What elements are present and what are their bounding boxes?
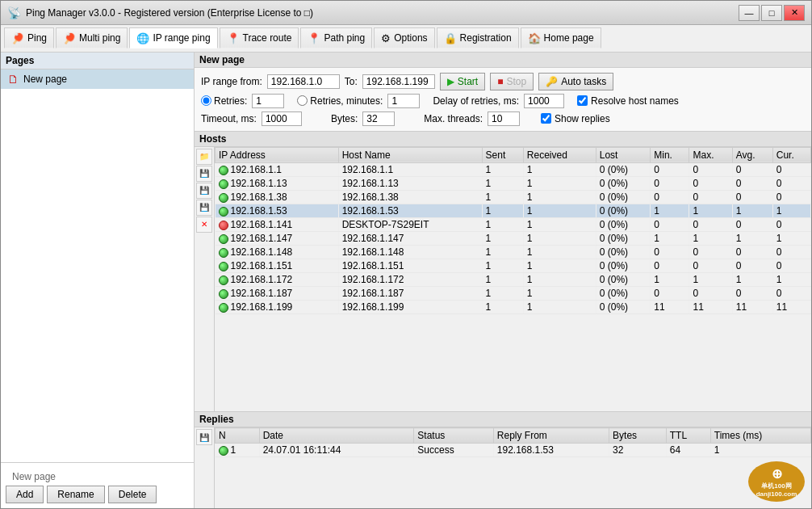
delete-tool-btn[interactable]: ✕ — [196, 217, 212, 233]
cell-ip: 192.168.1.13 — [216, 176, 339, 190]
replies-save-btn[interactable]: 💾 — [196, 429, 212, 445]
cell-min: 1 — [651, 231, 689, 245]
rep-cell-date: 24.07.01 16:11:44 — [259, 444, 414, 457]
new-page-label: New page — [6, 468, 189, 486]
table-row[interactable]: 192.168.1.141 DESKTOP-7S29EIT 1 1 0 (0%)… — [216, 217, 811, 231]
retries-radio-input[interactable] — [201, 95, 211, 106]
tab-options[interactable]: ⚙ Options — [374, 27, 434, 48]
save-tool-btn[interactable]: 💾 — [196, 166, 212, 182]
retries-radio[interactable]: Retries: — [201, 95, 247, 107]
cell-received: 1 — [523, 204, 596, 217]
cell-sent: 1 — [482, 231, 523, 245]
cell-max: 0 — [689, 286, 732, 300]
save2-tool-btn[interactable]: 💾 — [196, 183, 212, 199]
minimize-button[interactable]: — — [739, 5, 760, 21]
delay-input[interactable] — [524, 94, 564, 108]
rename-button[interactable]: Rename — [47, 486, 104, 503]
retries-input[interactable] — [252, 94, 284, 108]
close-button[interactable]: ✕ — [784, 5, 805, 21]
cell-avg: 1 — [732, 231, 772, 245]
cell-lost: 0 (0%) — [596, 204, 651, 217]
table-row[interactable]: 192.168.1.38 192.168.1.38 1 1 0 (0%) 0 0… — [216, 190, 811, 204]
start-button[interactable]: ▶ Start — [440, 73, 485, 90]
cell-min: 0 — [651, 176, 689, 190]
cell-cur: 0 — [772, 286, 810, 300]
hosts-section-header: Hosts — [195, 132, 811, 147]
table-row[interactable]: 192.168.1.148 192.168.1.148 1 1 0 (0%) 0… — [216, 245, 811, 259]
tab-trace[interactable]: 📍 Trace route — [220, 27, 299, 48]
retries-minutes-input[interactable] — [387, 94, 420, 108]
cell-max: 11 — [689, 300, 732, 313]
rep-cell-status: Success — [414, 444, 493, 457]
sidebar-item-new-page[interactable]: 🗋 New page — [1, 69, 194, 89]
retries-minutes-radio[interactable]: Retries, minutes: — [297, 95, 383, 107]
tab-multi-ping[interactable]: 🏓 Multi ping — [56, 27, 128, 48]
table-row[interactable]: 192.168.1.199 192.168.1.199 1 1 0 (0%) 1… — [216, 300, 811, 313]
cell-ip: 192.168.1.1 — [216, 162, 339, 176]
cell-host: 192.168.1.147 — [338, 231, 482, 245]
rep-col-bytes: Bytes — [609, 428, 667, 444]
delete-button[interactable]: Delete — [108, 486, 157, 503]
cell-ip: 192.168.1.151 — [216, 259, 339, 272]
replies-table-container[interactable]: N Date Status Reply From Bytes TTL Times… — [215, 427, 811, 508]
cell-received: 1 — [523, 259, 596, 272]
tab-path-ping[interactable]: 📍 Path ping — [300, 27, 372, 48]
rep-col-times: Times (ms) — [710, 428, 810, 444]
table-row[interactable]: 192.168.1.147 192.168.1.147 1 1 0 (0%) 1… — [216, 231, 811, 245]
tab-home[interactable]: 🏠 Home page — [521, 27, 601, 48]
cell-lost: 0 (0%) — [596, 190, 651, 204]
cell-cur: 11 — [772, 300, 810, 313]
col-sent: Sent — [482, 147, 523, 162]
max-threads-input[interactable] — [488, 111, 520, 126]
cell-host: 192.168.1.13 — [338, 176, 482, 190]
folder-tool-btn[interactable]: 📁 — [196, 149, 212, 165]
cell-lost: 0 (0%) — [596, 245, 651, 259]
table-row[interactable]: 192.168.1.1 192.168.1.1 1 1 0 (0%) 0 0 0… — [216, 162, 811, 176]
ip-range-to-input[interactable]: 192.168.1.199 — [362, 74, 435, 89]
cell-avg: 0 — [732, 176, 772, 190]
save3-tool-btn[interactable]: 💾 — [196, 200, 212, 216]
cell-cur: 1 — [772, 272, 810, 286]
rep-col-n: N — [216, 428, 260, 444]
show-replies-checkbox-label[interactable]: Show replies — [541, 113, 610, 124]
cell-min: 0 — [651, 259, 689, 272]
watermark: ⊕ 单机100网 danji100.com — [748, 461, 805, 502]
cell-min: 0 — [651, 162, 689, 176]
table-row[interactable]: 192.168.1.53 192.168.1.53 1 1 0 (0%) 1 1… — [216, 204, 811, 217]
trace-icon: 📍 — [227, 32, 240, 44]
cell-avg: 0 — [732, 245, 772, 259]
cell-min: 0 — [651, 286, 689, 300]
col-host: Host Name — [338, 147, 482, 162]
hosts-table-container[interactable]: IP Address Host Name Sent Received Lost … — [215, 147, 811, 411]
table-row[interactable]: 192.168.1.172 192.168.1.172 1 1 0 (0%) 1… — [216, 272, 811, 286]
cell-avg: 0 — [732, 217, 772, 231]
timeout-input[interactable] — [262, 111, 302, 126]
tab-registration[interactable]: 🔒 Registration — [437, 27, 519, 48]
resolve-host-checkbox-label[interactable]: Resolve host names — [577, 95, 679, 107]
cell-ip: 192.168.1.172 — [216, 272, 339, 286]
cell-ip: 192.168.1.147 — [216, 231, 339, 245]
cell-max: 1 — [689, 231, 732, 245]
auto-tasks-button[interactable]: 🔑 Auto tasks — [538, 73, 613, 90]
retries-minutes-radio-input[interactable] — [297, 95, 308, 106]
add-button[interactable]: Add — [6, 486, 44, 503]
resolve-host-checkbox[interactable] — [577, 95, 588, 106]
bytes-input[interactable] — [362, 111, 395, 126]
col-lost: Lost — [596, 147, 651, 162]
window-title: Ping Manager v3.0.0 - Registered version… — [26, 7, 313, 19]
table-row[interactable]: 192.168.1.151 192.168.1.151 1 1 0 (0%) 0… — [216, 259, 811, 272]
cell-avg: 0 — [732, 190, 772, 204]
ip-range-from-input[interactable]: 192.168.1.0 — [267, 74, 340, 89]
table-row[interactable]: 192.168.1.13 192.168.1.13 1 1 0 (0%) 0 0… — [216, 176, 811, 190]
show-replies-checkbox[interactable] — [541, 113, 551, 124]
maximize-button[interactable]: □ — [761, 5, 782, 21]
col-ip: IP Address — [216, 147, 339, 162]
cell-min: 0 — [651, 245, 689, 259]
cell-received: 1 — [523, 217, 596, 231]
multi-ping-icon: 🏓 — [63, 32, 76, 44]
tab-ping[interactable]: 🏓 Ping — [4, 27, 54, 48]
table-row[interactable]: 1 24.07.01 16:11:44 Success 192.168.1.53… — [216, 444, 811, 457]
table-row[interactable]: 192.168.1.187 192.168.1.187 1 1 0 (0%) 0… — [216, 286, 811, 300]
tab-ip-range[interactable]: 🌐 IP range ping — [129, 27, 217, 48]
stop-button[interactable]: ■ Stop — [490, 73, 534, 90]
